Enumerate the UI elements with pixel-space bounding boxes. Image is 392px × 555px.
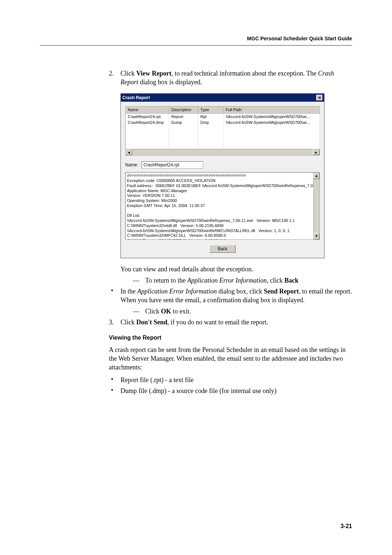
bullet-dot: •	[109, 376, 115, 384]
cell: Dmp	[198, 119, 224, 126]
col-name[interactable]: Name	[126, 106, 169, 113]
bullet-dmp: Dump file (.dmp) - a source code file (f…	[121, 386, 277, 395]
back-button[interactable]: Back	[209, 245, 236, 253]
step2-t3: dialog box is displayed.	[138, 78, 202, 86]
crash-report-dialog: Crash Report ✕ Name Description Type Ful…	[121, 93, 324, 259]
t: dialog box	[217, 288, 246, 295]
bullet-rpt: Report file (.rpt) - a text file	[121, 376, 193, 384]
table-row[interactable]: CrashReport24.dmp Dump Dmp \\Accord-fs\S…	[126, 119, 320, 126]
cell: Report	[169, 113, 198, 119]
cell: Dump	[169, 119, 198, 126]
report-textarea[interactable]: //======================================…	[125, 172, 320, 240]
ok-word: OK	[161, 308, 171, 315]
dialog-titlebar: Crash Report ✕	[121, 94, 324, 102]
send-report-word: Send Report	[264, 288, 299, 295]
dash-text-2: Click OK to exit.	[145, 307, 191, 316]
t: In the	[121, 288, 137, 295]
table-row	[126, 131, 320, 137]
bullet-dot: •	[109, 386, 115, 395]
table-row	[126, 126, 320, 131]
app-error-info: Application Error Information,	[187, 277, 269, 284]
close-icon[interactable]: ✕	[316, 95, 323, 101]
t: click	[248, 288, 264, 295]
name-input[interactable]	[142, 161, 203, 169]
em-dash: —	[132, 276, 140, 285]
page-number: 3-21	[340, 523, 352, 530]
file-listview[interactable]: Name Description Type Full Path CrashRep…	[125, 106, 320, 150]
t: Click	[145, 308, 161, 315]
step-3-text: Click Don't Send, if you do no want to e…	[121, 318, 352, 327]
scroll-left-icon[interactable]: ◄	[126, 149, 132, 155]
t: click	[269, 277, 285, 284]
bullet-line2: When you have sent the email, a confirma…	[121, 296, 352, 304]
header-divider	[40, 45, 352, 46]
app-error-info-2: Application Error Information	[137, 288, 217, 295]
listview-header: Name Description Type Full Path	[126, 106, 320, 113]
scroll-up-icon[interactable]: ▲	[314, 173, 319, 179]
table-row[interactable]: CrashReport24.rpt Report Rpt \\Accord-fs…	[126, 113, 320, 119]
em-dash: —	[132, 307, 140, 316]
header-guide-title: MGC Personal Scheduler Quick Start Guide	[247, 36, 352, 41]
step2-view-report: View Report	[136, 70, 172, 77]
dont-send-word: Don't Send	[136, 319, 168, 326]
t: To return to the	[145, 277, 187, 284]
scroll-track[interactable]	[314, 179, 319, 233]
col-description[interactable]: Description	[169, 106, 198, 113]
scroll-right-icon[interactable]: ►	[313, 149, 319, 155]
viewing-report-para: A crash report can be sent from the Pers…	[109, 345, 352, 372]
table-row	[126, 137, 320, 143]
t: , to email the report.	[299, 288, 352, 295]
dash-text-1: To return to the Application Error Infor…	[145, 276, 299, 285]
col-full-path[interactable]: Full Path	[224, 106, 320, 113]
step2-t1: Click	[121, 70, 136, 77]
bullet-dot: •	[109, 287, 115, 305]
cell: \\Accord-fs\SW-Systems\Mig\operWSD700\wi…	[224, 119, 320, 126]
cell: CrashReport24.dmp	[126, 119, 169, 126]
t: Click	[121, 319, 136, 326]
name-label: Name:	[125, 162, 138, 168]
listview-hscrollbar[interactable]: ◄ ►	[125, 149, 320, 155]
step-3-number: 3.	[109, 318, 121, 327]
scroll-track[interactable]	[132, 149, 313, 155]
after-para1: You can view and read details about the …	[121, 265, 352, 274]
cell: CrashReport24.rpt	[126, 113, 169, 119]
step2-t2: , to read technical information about th…	[171, 70, 318, 77]
step-2-text: Click View Report, to read technical inf…	[121, 69, 352, 87]
back-word: Back	[285, 277, 299, 284]
step-3: 3. Click Don't Send, if you do no want t…	[109, 318, 352, 327]
step-2-number: 2.	[109, 69, 121, 87]
t: to exit.	[171, 308, 191, 315]
viewing-report-heading: Viewing the Report	[109, 334, 352, 342]
cell: Rpt	[198, 113, 224, 119]
col-type[interactable]: Type	[198, 106, 224, 113]
report-text: //======================================…	[127, 173, 313, 240]
dialog-title: Crash Report	[122, 95, 150, 101]
step-2: 2. Click View Report, to read technical …	[109, 69, 352, 87]
report-vscrollbar[interactable]: ▲▼	[313, 173, 319, 239]
cell: \\Accord-fs\SW-Systems\Mig\operWSD700\wi…	[224, 113, 320, 119]
bullet-send-report: In the Application Error Information dia…	[121, 287, 352, 305]
t: , if you do no want to email the report.	[167, 319, 268, 326]
scroll-down-icon[interactable]: ▼	[314, 233, 319, 239]
table-row	[126, 143, 320, 149]
